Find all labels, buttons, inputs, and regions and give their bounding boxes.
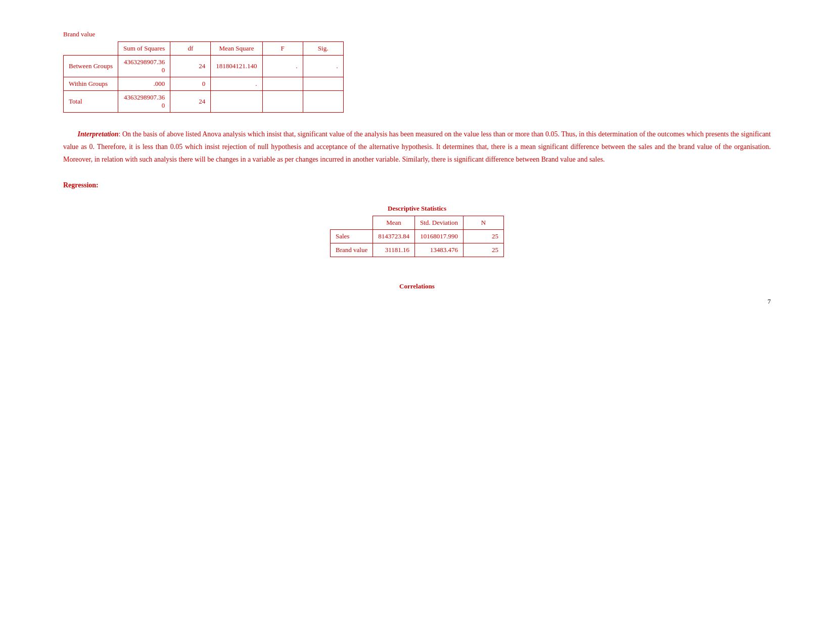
desc-brandvalue-stddev: 13483.476 xyxy=(414,243,463,257)
cell-total-f xyxy=(262,91,303,113)
anova-col-mean: Mean Square xyxy=(211,42,262,56)
desc-col-stddev: Std. Deviation xyxy=(414,216,463,229)
anova-table: Sum of Squares df Mean Square F Sig. Bet… xyxy=(63,41,344,113)
interpretation-text: : On the basis of above listed Anova ana… xyxy=(63,130,771,163)
row-label-between: Between Groups xyxy=(64,56,118,77)
desc-col-mean: Mean xyxy=(373,216,415,229)
anova-col-sum: Sum of Squares xyxy=(118,42,170,56)
anova-col-f: F xyxy=(262,42,303,56)
page-number: 7 xyxy=(768,298,771,306)
cell-between-mean: 181804121.140 xyxy=(211,56,262,77)
cell-total-sum: 4363298907.360 xyxy=(118,91,170,113)
descriptive-statistics-title: Descriptive Statistics xyxy=(388,205,446,213)
anova-section: Brand value Sum of Squares df Mean Squar… xyxy=(63,30,771,113)
table-row: Total 4363298907.360 24 xyxy=(64,91,344,113)
interpretation-paragraph: Interpretation: On the basis of above li… xyxy=(63,128,771,166)
page-wrapper: Brand value Sum of Squares df Mean Squar… xyxy=(63,30,771,290)
regression-heading: Regression: xyxy=(63,181,771,189)
cell-within-mean: . xyxy=(211,77,262,91)
anova-section-label: Brand value xyxy=(63,30,771,38)
desc-sales-n: 25 xyxy=(464,229,504,243)
cell-within-f xyxy=(262,77,303,91)
cell-between-sig: . xyxy=(303,56,343,77)
table-row: Within Groups .000 0 . xyxy=(64,77,344,91)
cell-between-df: 24 xyxy=(170,56,211,77)
cell-within-sig xyxy=(303,77,343,91)
descriptive-statistics-table: Mean Std. Deviation N Sales 8143723.84 1… xyxy=(330,216,504,257)
cell-between-sum: 4363298907.360 xyxy=(118,56,170,77)
desc-row-sales: Sales xyxy=(330,229,373,243)
table-row: Between Groups 4363298907.360 24 1818041… xyxy=(64,56,344,77)
descriptive-statistics-section: Descriptive Statistics Mean Std. Deviati… xyxy=(63,205,771,257)
table-row: Sales 8143723.84 10168017.990 25 xyxy=(330,229,503,243)
cell-total-df: 24 xyxy=(170,91,211,113)
cell-within-df: 0 xyxy=(170,77,211,91)
desc-header-empty xyxy=(330,216,373,229)
interpretation-italic: Interpretation xyxy=(78,130,119,138)
cell-within-sum: .000 xyxy=(118,77,170,91)
row-label-within: Within Groups xyxy=(64,77,118,91)
cell-between-f: . xyxy=(262,56,303,77)
desc-sales-mean: 8143723.84 xyxy=(373,229,415,243)
correlations-title: Correlations xyxy=(63,282,771,290)
cell-total-mean xyxy=(211,91,262,113)
anova-header-empty xyxy=(64,42,118,56)
desc-col-n: N xyxy=(464,216,504,229)
table-row: Brand value 31181.16 13483.476 25 xyxy=(330,243,503,257)
row-label-total: Total xyxy=(64,91,118,113)
desc-sales-stddev: 10168017.990 xyxy=(414,229,463,243)
anova-col-sig: Sig. xyxy=(303,42,343,56)
cell-total-sig xyxy=(303,91,343,113)
desc-row-brandvalue: Brand value xyxy=(330,243,373,257)
desc-brandvalue-n: 25 xyxy=(464,243,504,257)
desc-brandvalue-mean: 31181.16 xyxy=(373,243,415,257)
anova-col-df: df xyxy=(170,42,211,56)
